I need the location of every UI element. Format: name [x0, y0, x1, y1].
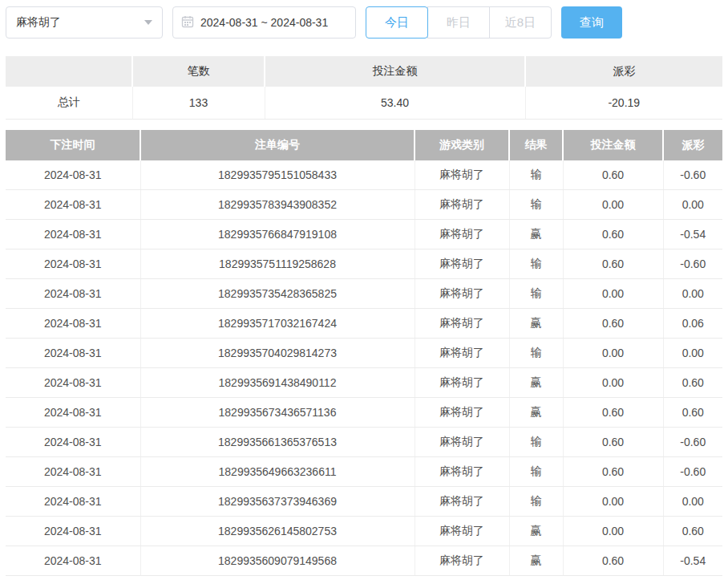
- cell-bet-time: 2024-08-31: [6, 339, 140, 368]
- summary-total-payout: -20.19: [525, 87, 722, 119]
- records-body: 2024-08-311829935795151058433麻将胡了输0.60-0…: [6, 160, 722, 576]
- cell-result: 输: [509, 457, 563, 487]
- cell-bet-amount: 0.60: [563, 160, 663, 190]
- cell-game-type: 麻将胡了: [415, 546, 509, 576]
- summary-header-row: 笔数 投注金额 派彩: [6, 56, 722, 87]
- summary-total-row: 总计 133 53.40 -20.19: [6, 87, 722, 119]
- records-header-result: 结果: [509, 130, 563, 160]
- cell-bet-time: 2024-08-31: [6, 309, 140, 339]
- cell-payout: 0.60: [663, 517, 722, 546]
- cell-payout: -0.54: [663, 546, 722, 576]
- cell-bet-amount: 0.00: [563, 517, 663, 546]
- records-header-game-type: 游戏类别: [415, 130, 509, 160]
- cell-bet-amount: 0.00: [563, 190, 663, 220]
- cell-bet-id: 1829935751119258628: [140, 249, 415, 279]
- table-row: 2024-08-311829935626145802753麻将胡了赢0.000.…: [6, 517, 722, 546]
- table-row: 2024-08-311829935704029814273麻将胡了输0.000.…: [6, 339, 722, 368]
- cell-bet-time: 2024-08-31: [6, 220, 140, 249]
- cell-result: 赢: [509, 368, 563, 398]
- cell-bet-amount: 0.60: [563, 457, 663, 487]
- cell-payout: 0.06: [663, 309, 722, 339]
- table-row: 2024-08-311829935691438490112麻将胡了赢0.000.…: [6, 368, 722, 398]
- table-row: 2024-08-311829935649663236611麻将胡了输0.60-0…: [6, 457, 722, 487]
- cell-payout: -0.60: [663, 160, 722, 190]
- cell-game-type: 麻将胡了: [415, 279, 509, 309]
- chevron-down-icon: [144, 20, 152, 25]
- cell-bet-amount: 0.60: [563, 249, 663, 279]
- cell-result: 输: [509, 279, 563, 309]
- cell-game-type: 麻将胡了: [415, 457, 509, 487]
- summary-total-bet-amount: 53.40: [265, 87, 525, 119]
- cell-game-type: 麻将胡了: [415, 309, 509, 339]
- cell-result: 赢: [509, 546, 563, 576]
- table-row: 2024-08-311829935735428365825麻将胡了输0.000.…: [6, 279, 722, 309]
- cell-bet-id: 1829935735428365825: [140, 279, 415, 309]
- quick-date-button-group: 今日 昨日 近8日: [366, 6, 552, 39]
- date-range-value: 2024-08-31 ~ 2024-08-31: [200, 16, 328, 29]
- cell-bet-amount: 0.00: [563, 368, 663, 398]
- cell-bet-id: 1829935609079149568: [140, 546, 415, 576]
- summary-total-count: 133: [132, 87, 265, 119]
- summary-header-empty: [6, 56, 132, 87]
- summary-header-count: 笔数: [132, 56, 265, 87]
- cell-bet-time: 2024-08-31: [6, 517, 140, 546]
- cell-payout: 0.60: [663, 398, 722, 428]
- game-select[interactable]: 麻将胡了: [6, 6, 163, 39]
- cell-bet-time: 2024-08-31: [6, 398, 140, 428]
- summary-table: 笔数 投注金额 派彩 总计 133 53.40 -20.19: [6, 56, 722, 120]
- cell-bet-time: 2024-08-31: [6, 546, 140, 576]
- table-row: 2024-08-311829935717032167424麻将胡了赢0.600.…: [6, 309, 722, 339]
- cell-game-type: 麻将胡了: [415, 220, 509, 249]
- cell-game-type: 麻将胡了: [415, 428, 509, 457]
- cell-bet-amount: 0.60: [563, 546, 663, 576]
- cell-bet-id: 1829935766847919108: [140, 220, 415, 249]
- cell-bet-amount: 0.00: [563, 279, 663, 309]
- cell-bet-id: 1829935626145802753: [140, 517, 415, 546]
- cell-bet-amount: 0.60: [563, 309, 663, 339]
- cell-result: 输: [509, 428, 563, 457]
- table-row: 2024-08-311829935751119258628麻将胡了输0.60-0…: [6, 249, 722, 279]
- records-header-bet-id: 注单编号: [140, 130, 415, 160]
- cell-bet-id: 1829935691438490112: [140, 368, 415, 398]
- table-row: 2024-08-311829935661365376513麻将胡了输0.60-0…: [6, 428, 722, 457]
- cell-bet-id: 1829935673436571136: [140, 398, 415, 428]
- cell-game-type: 麻将胡了: [415, 398, 509, 428]
- query-toolbar: 麻将胡了 2024-08-31 ~ 2024-08-31 今日 昨日 近8日 查…: [0, 0, 728, 39]
- table-row: 2024-08-311829935673436571136麻将胡了赢0.600.…: [6, 398, 722, 428]
- cell-payout: -0.60: [663, 428, 722, 457]
- cell-bet-amount: 0.00: [563, 339, 663, 368]
- cell-result: 输: [509, 487, 563, 517]
- cell-bet-id: 1829935783943908352: [140, 190, 415, 220]
- cell-game-type: 麻将胡了: [415, 160, 509, 190]
- cell-bet-time: 2024-08-31: [6, 160, 140, 190]
- cell-bet-time: 2024-08-31: [6, 190, 140, 220]
- cell-payout: 0.00: [663, 190, 722, 220]
- table-row: 2024-08-311829935795151058433麻将胡了输0.60-0…: [6, 160, 722, 190]
- records-header-bet-amount: 投注金额: [563, 130, 663, 160]
- cell-bet-id: 1829935661365376513: [140, 428, 415, 457]
- cell-payout: 0.60: [663, 368, 722, 398]
- cell-payout: 0.00: [663, 279, 722, 309]
- summary-header-payout: 派彩: [525, 56, 722, 87]
- cell-game-type: 麻将胡了: [415, 190, 509, 220]
- last-8-days-button[interactable]: 近8日: [489, 6, 552, 39]
- cell-bet-time: 2024-08-31: [6, 428, 140, 457]
- table-row: 2024-08-311829935783943908352麻将胡了输0.000.…: [6, 190, 722, 220]
- cell-result: 赢: [509, 309, 563, 339]
- cell-game-type: 麻将胡了: [415, 517, 509, 546]
- table-row: 2024-08-311829935637373946369麻将胡了输0.000.…: [6, 487, 722, 517]
- today-button[interactable]: 今日: [366, 6, 428, 39]
- cell-payout: 0.00: [663, 487, 722, 517]
- cell-bet-amount: 0.60: [563, 220, 663, 249]
- records-table: 下注时间 注单编号 游戏类别 结果 投注金额 派彩 2024-08-311829…: [6, 130, 722, 577]
- records-header-payout: 派彩: [663, 130, 722, 160]
- yesterday-button[interactable]: 昨日: [427, 6, 490, 39]
- cell-bet-id: 1829935649663236611: [140, 457, 415, 487]
- cell-result: 输: [509, 249, 563, 279]
- cell-result: 赢: [509, 398, 563, 428]
- date-range-input[interactable]: 2024-08-31 ~ 2024-08-31: [172, 6, 356, 39]
- table-row: 2024-08-311829935609079149568麻将胡了赢0.60-0…: [6, 546, 722, 576]
- query-button[interactable]: 查询: [561, 6, 622, 39]
- records-header-bet-time: 下注时间: [6, 130, 140, 160]
- cell-payout: -0.60: [663, 249, 722, 279]
